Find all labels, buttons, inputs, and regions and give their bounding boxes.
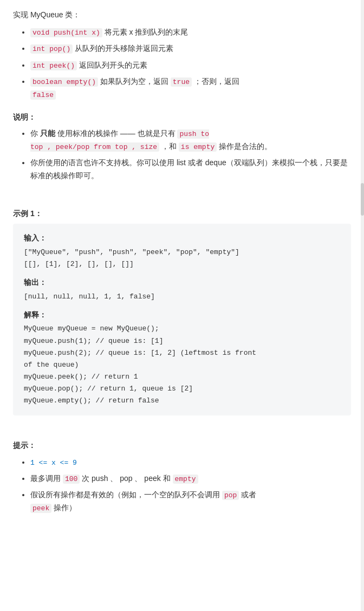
explain-line-1: MyQueue myQueue = new MyQueue(); — [24, 323, 340, 335]
hint-3-pop: pop — [222, 491, 239, 500]
explain-line-3b: of the queue) — [24, 359, 340, 371]
method-empty-false: false — [30, 90, 56, 100]
output-label: 输出： — [24, 277, 340, 289]
hint-1: 1 <= x <= 9 — [30, 456, 351, 469]
method-push-code: void push(int x) — [30, 28, 102, 37]
note-1-code2: is empty — [179, 142, 217, 152]
method-peek-desc: 返回队列开头的元素 — [79, 61, 147, 69]
method-peek: int peek() 返回队列开头的元素 — [30, 59, 351, 72]
method-pop-code: int pop() — [30, 44, 73, 54]
note-1-prefix: 你 — [30, 129, 40, 138]
hints-title: 提示： — [13, 439, 351, 451]
method-peek-code: int peek() — [30, 61, 77, 70]
hint-1-code: 1 <= x <= 9 — [30, 459, 77, 467]
hint-2-empty: empty — [173, 474, 198, 484]
note-1-suffix: 操作是合法的。 — [219, 142, 272, 151]
hints-list: 1 <= x <= 9 最多调用 100 次 push 、 pop 、 peek… — [13, 456, 351, 515]
hint-3-pre: 假设所有操作都是有效的（例如，一个空的队列不会调用 — [30, 490, 222, 499]
intro-text: 实现 MyQueue 类： — [13, 9, 351, 21]
hint-3-peek: peek — [30, 504, 51, 513]
example-title: 示例 1： — [13, 207, 351, 219]
note-title: 说明： — [13, 111, 351, 123]
input-label: 输入： — [24, 232, 340, 244]
note-2: 你所使用的语言也许不支持栈。你可以使用 list 或者 deque（双端队列）来… — [30, 157, 351, 183]
method-empty-true: true — [171, 77, 192, 87]
explain-line-5: myQueue.pop(); // return 1, queue is [2] — [24, 383, 340, 395]
note-1-suffix-pre: ，和 — [161, 142, 179, 151]
explain-line-6: myQueue.empty(); // return false — [24, 395, 340, 407]
scrollbar-track[interactable] — [361, 0, 364, 533]
method-pop-desc: 从队列的开头移除并返回元素 — [75, 44, 173, 53]
methods-list: void push(int x) 将元素 x 推到队列的末尾 int pop()… — [13, 26, 351, 101]
hint-2-mid: 次 push 、 pop 、 peek 和 — [82, 474, 172, 483]
method-empty-code: boolean empty() — [30, 77, 98, 87]
input-line1: ["MyQueue", "push", "push", "peek", "pop… — [24, 246, 340, 258]
hint-3: 假设所有操作都是有效的（例如，一个空的队列不会调用 pop 或者 peek 操作… — [30, 489, 351, 515]
explain-line-3: myQueue.push(2); // queue is: [1, 2] (le… — [24, 347, 340, 359]
hint-3-mid: 或者 — [241, 490, 256, 499]
notes-list: 你 只能 使用标准的栈操作 —— 也就是只有 push totop , peek… — [13, 127, 351, 183]
note-1: 你 只能 使用标准的栈操作 —— 也就是只有 push totop , peek… — [30, 127, 351, 153]
method-empty-desc-pre: 如果队列为空，返回 — [100, 77, 171, 86]
method-empty-desc-mid: ；否则，返回 — [194, 77, 239, 86]
example-box: 输入： ["MyQueue", "push", "push", "peek", … — [13, 224, 351, 415]
method-pop: int pop() 从队列的开头移除并返回元素 — [30, 42, 351, 55]
output-line: [null, null, null, 1, 1, false] — [24, 291, 340, 303]
hint-2-pre: 最多调用 — [30, 474, 63, 483]
method-push-desc: 将元素 x 推到队列的末尾 — [105, 28, 188, 36]
method-empty: boolean empty() 如果队列为空，返回 true ；否则，返回 fa… — [30, 75, 351, 101]
hint-2-count: 100 — [63, 474, 80, 484]
note-1-bold: 只能 — [40, 129, 55, 138]
explain-line-2: myQueue.push(1); // queue is: [1] — [24, 335, 340, 347]
method-push: void push(int x) 将元素 x 推到队列的末尾 — [30, 26, 351, 39]
note-2-text: 你所使用的语言也许不支持栈。你可以使用 list 或者 deque（双端队列）来… — [30, 158, 348, 180]
scrollbar-thumb[interactable] — [361, 183, 364, 216]
explain-line-4: myQueue.peek(); // return 1 — [24, 371, 340, 383]
input-line2: [[], [1], [2], [], [], []] — [24, 258, 340, 270]
note-1-middle: 使用标准的栈操作 —— 也就是只有 — [57, 129, 178, 138]
hint-3-end: 操作） — [54, 503, 76, 512]
hint-2: 最多调用 100 次 push 、 pop 、 peek 和 empty — [30, 472, 351, 485]
explain-label: 解释： — [24, 309, 340, 321]
